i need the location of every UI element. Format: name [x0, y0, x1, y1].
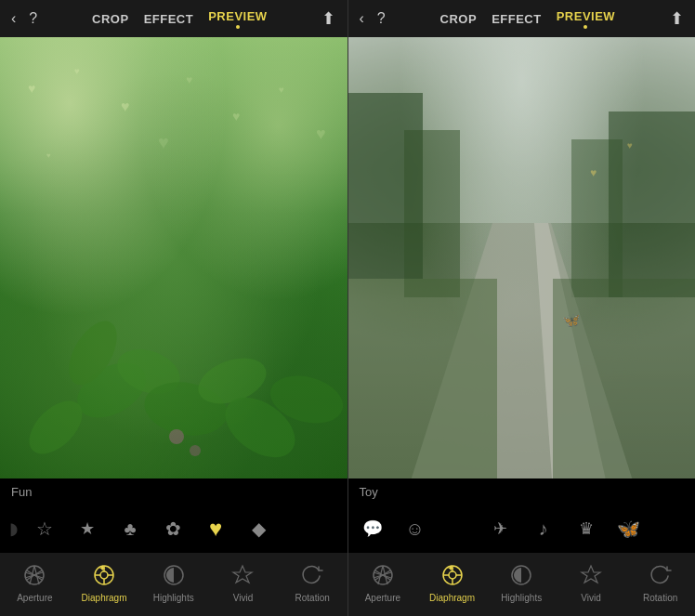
- left-overlay-svg: ♥ ♥ ♥ ♥ ♥ ♥ ♥ ♥ ♥: [0, 37, 348, 478]
- svg-rect-42: [553, 279, 695, 478]
- left-help-icon[interactable]: ?: [25, 7, 41, 31]
- left-effect-tab[interactable]: EFFECT: [138, 8, 200, 30]
- right-nav-right: ⬆: [666, 5, 688, 33]
- right-panel: ‹ ? CROP EFFECT PREVIEW ⬆: [348, 0, 696, 616]
- left-nav-left: ‹ ?: [7, 7, 41, 31]
- svg-text:🦋: 🦋: [562, 311, 581, 329]
- left-preview-tab[interactable]: PREVIEW: [203, 6, 272, 33]
- right-share-icon[interactable]: ⬆: [666, 5, 688, 33]
- right-aperture-label: Aperture: [365, 593, 400, 603]
- svg-text:♥: ♥: [46, 151, 51, 160]
- right-filter-crown[interactable]: ♛: [566, 508, 607, 549]
- left-photo: ♥ ♥ ♥ ♥ ♥ ♥ ♥ ♥ ♥: [0, 37, 348, 478]
- svg-point-18: [190, 445, 201, 456]
- svg-text:♥: ♥: [590, 166, 597, 179]
- right-crop-tab[interactable]: CROP: [435, 8, 483, 30]
- right-overlay-svg: ♥ ♥ 🦋: [348, 37, 695, 478]
- left-tool-diaphragm[interactable]: ✦ Diaphragm: [70, 558, 139, 605]
- svg-text:♥: ♥: [232, 109, 240, 124]
- left-filter-speech-partial[interactable]: ◗: [4, 508, 22, 549]
- right-filter-apple[interactable]: [438, 508, 479, 549]
- right-image-area: ♥ ♥ 🦋: [348, 37, 696, 478]
- left-filter-drop[interactable]: ◆: [238, 508, 279, 549]
- right-highlights-icon: [506, 560, 536, 590]
- left-tool-vivid[interactable]: Vivid: [208, 558, 278, 605]
- svg-rect-41: [348, 279, 497, 478]
- svg-text:♥: ♥: [74, 66, 80, 76]
- right-filter-label-row: Toy: [348, 478, 696, 505]
- left-filter-club[interactable]: ♣: [110, 508, 151, 549]
- right-filter-icons: 💬 ☺ ✈ ♪ ♛ 🦋: [348, 505, 696, 553]
- left-vivid-label: Vivid: [233, 593, 254, 603]
- right-vivid-icon: [576, 560, 606, 590]
- right-back-icon[interactable]: ‹: [356, 7, 368, 31]
- right-highlights-label: Highlights: [501, 593, 542, 603]
- right-tool-aperture[interactable]: Aperture: [348, 558, 418, 605]
- right-filter-note[interactable]: ♪: [523, 508, 564, 549]
- right-tools-row: Aperture ✦ Diaphragm: [348, 553, 696, 616]
- svg-text:✦: ✦: [447, 563, 454, 573]
- left-filter-flower[interactable]: ✿: [152, 508, 193, 549]
- left-diaphragm-icon: ✦: [89, 560, 119, 590]
- svg-text:♥: ♥: [186, 73, 192, 86]
- left-nav-right: ⬆: [318, 5, 339, 33]
- svg-text:♥: ♥: [627, 140, 633, 151]
- svg-text:♥: ♥: [28, 81, 35, 96]
- left-nav-bar: ‹ ? CROP EFFECT PREVIEW ⬆: [0, 0, 348, 37]
- right-bottom: Toy 💬 ☺ ✈ ♪ ♛ 🦋: [348, 478, 696, 616]
- left-image-area: ♥ ♥ ♥ ♥ ♥ ♥ ♥ ♥ ♥: [0, 37, 348, 478]
- right-filter-butterfly[interactable]: 🦋: [609, 508, 649, 549]
- svg-text:♥: ♥: [316, 125, 326, 143]
- left-filter-star-outline[interactable]: ☆: [24, 508, 65, 549]
- left-tool-rotation[interactable]: Rotation: [278, 558, 348, 605]
- left-share-icon[interactable]: ⬆: [318, 5, 339, 33]
- right-filter-plane[interactable]: ✈: [480, 508, 521, 549]
- svg-rect-37: [404, 130, 460, 297]
- right-photo: ♥ ♥ 🦋: [348, 37, 696, 478]
- svg-text:♥: ♥: [158, 132, 169, 152]
- left-tools-row: Aperture ✦ Diaphragm: [0, 553, 348, 616]
- right-nav-center: CROP EFFECT PREVIEW: [435, 6, 622, 33]
- right-preview-tab[interactable]: PREVIEW: [551, 6, 621, 33]
- svg-rect-38: [571, 139, 623, 297]
- svg-text:✦: ✦: [98, 563, 106, 573]
- right-help-icon[interactable]: ?: [374, 7, 389, 31]
- left-tool-aperture[interactable]: Aperture: [0, 558, 70, 605]
- right-filter-speech[interactable]: 💬: [352, 508, 393, 549]
- left-rotation-icon: [297, 560, 327, 590]
- left-aperture-icon: [20, 560, 49, 590]
- left-back-icon[interactable]: ‹: [7, 7, 20, 31]
- left-panel: ‹ ? CROP EFFECT PREVIEW ⬆ ♥ ♥ ♥ ♥ ♥ ♥ ♥ …: [0, 0, 348, 616]
- right-tool-highlights[interactable]: Highlights: [487, 558, 557, 605]
- left-highlights-label: Highlights: [153, 593, 194, 603]
- left-filter-group-label: Fun: [11, 485, 32, 499]
- left-crop-tab[interactable]: CROP: [86, 8, 135, 30]
- right-diaphragm-icon: ✦: [438, 560, 467, 590]
- left-nav-center: CROP EFFECT PREVIEW: [86, 6, 273, 33]
- left-filter-icons: ◗ ☆ ★ ♣ ✿ ♥ ◆: [0, 505, 348, 553]
- right-diaphragm-label: Diaphragm: [429, 593, 475, 603]
- svg-text:♥: ♥: [121, 98, 130, 114]
- left-vivid-icon: [228, 560, 257, 590]
- right-rotation-label: Rotation: [643, 593, 677, 603]
- right-nav-bar: ‹ ? CROP EFFECT PREVIEW ⬆: [348, 0, 696, 37]
- svg-text:♥: ♥: [279, 85, 284, 95]
- right-tool-diaphragm[interactable]: ✦ Diaphragm: [417, 558, 487, 605]
- right-aperture-icon: [368, 560, 398, 590]
- svg-point-17: [169, 429, 184, 444]
- left-aperture-label: Aperture: [17, 593, 52, 603]
- left-bottom: Fun ◗ ☆ ★ ♣ ✿ ♥ ◆: [0, 478, 348, 616]
- left-filter-label-row: Fun: [0, 478, 348, 505]
- left-diaphragm-label: Diaphragm: [82, 593, 127, 603]
- right-tool-vivid[interactable]: Vivid: [557, 558, 626, 605]
- left-filter-star-filled[interactable]: ★: [67, 508, 108, 549]
- left-filter-heart[interactable]: ♥: [195, 508, 236, 549]
- right-nav-left: ‹ ?: [356, 7, 389, 31]
- right-rotation-icon: [646, 560, 675, 590]
- right-filter-group-label: Toy: [360, 485, 378, 499]
- left-rotation-label: Rotation: [295, 593, 330, 603]
- right-filter-smile[interactable]: ☺: [395, 508, 436, 549]
- right-tool-rotation[interactable]: Rotation: [625, 558, 695, 605]
- right-effect-tab[interactable]: EFFECT: [486, 8, 547, 30]
- left-tool-highlights[interactable]: Highlights: [138, 558, 208, 605]
